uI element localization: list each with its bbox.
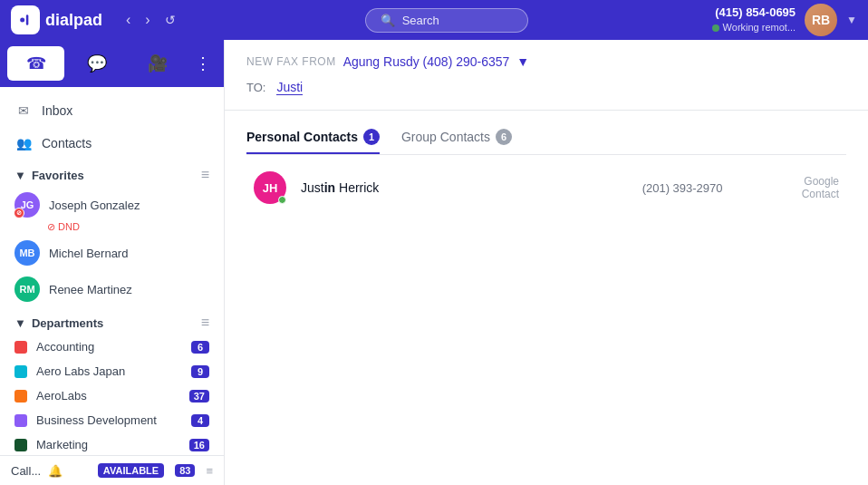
contacts-icon: 👥: [14, 134, 33, 152]
logo: dialpad: [11, 5, 102, 34]
group-contacts-badge: 6: [496, 129, 512, 145]
to-label: TO:: [246, 81, 265, 94]
contact-name-post: Herrick: [335, 180, 379, 195]
fax-dropdown-icon[interactable]: ▼: [516, 54, 529, 69]
contacts-area: Personal Contacts 1 Group Contacts 6 JH …: [225, 111, 868, 485]
phone-info: (415) 854-0695 Working remot...: [712, 5, 796, 35]
contact-row[interactable]: JH Justin Herrick (201) 393-2970 Google …: [246, 162, 846, 213]
svg-rect-1: [26, 15, 29, 25]
back-button[interactable]: ‹: [121, 8, 136, 32]
departments-section-left: ▼ Departments: [14, 316, 103, 330]
fax-header: NEW FAX FROM Agung Rusdy (408) 290-6357 …: [225, 40, 868, 111]
group-contacts-label: Group Contacts: [401, 130, 490, 144]
more-toolbar-button[interactable]: ⋮: [189, 48, 217, 79]
aerolabs-badge: 37: [189, 390, 209, 403]
fax-from-label: NEW FAX FROM: [246, 55, 336, 68]
favorites-menu-icon[interactable]: ≡: [201, 167, 209, 183]
favorite-item-joseph[interactable]: JG ⊘ Joseph Gonzalez: [0, 187, 224, 223]
contacts-label: Contacts: [42, 136, 92, 150]
contacts-list: JH Justin Herrick (201) 393-2970 Google …: [246, 155, 846, 220]
favorite-item-renee[interactable]: RM Renee Martinez: [0, 271, 224, 307]
chevron-down-icon[interactable]: ▼: [846, 14, 857, 26]
sidebar-nav: ✉ Inbox 👥 Contacts ▼ Favorites ≡ JG ⊘: [0, 87, 224, 455]
favorite-item-michel[interactable]: MB Michel Bernard: [0, 235, 224, 271]
top-navigation: dialpad ‹ › ↺ 🔍 Search (415) 854-0695 Wo…: [0, 0, 868, 40]
marketing-label: Marketing: [36, 438, 180, 451]
logo-text: dialpad: [45, 11, 102, 30]
favorites-section-header[interactable]: ▼ Favorites ≡: [0, 160, 224, 187]
bizdev-color: [14, 414, 27, 427]
nav-right: (415) 854-0695 Working remot... RB ▼: [712, 4, 857, 36]
call-bar-menu-icon[interactable]: ≡: [206, 464, 213, 478]
marketing-badge: 16: [189, 439, 209, 451]
phone-icon: ☎: [26, 53, 46, 73]
favorite-name-joseph: Joseph Gonzalez: [49, 199, 140, 212]
departments-chevron-icon: ▼: [14, 316, 26, 330]
video-icon: 🎥: [148, 53, 168, 73]
tab-group-contacts[interactable]: Group Contacts 6: [401, 121, 512, 154]
aerolabsjapan-color: [14, 365, 27, 378]
avatar-michel: MB: [14, 240, 40, 266]
dept-item-bizdev[interactable]: Business Development 4: [0, 408, 224, 432]
to-value[interactable]: Justi: [276, 80, 303, 95]
aerolabsjapan-label: Aero Labs Japan: [36, 364, 182, 378]
departments-section-header[interactable]: ▼ Departments ≡: [0, 307, 224, 335]
accounting-label: Accounting: [36, 340, 182, 354]
status-dot: [712, 24, 719, 32]
logo-icon: [11, 5, 40, 34]
tab-personal-contacts[interactable]: Personal Contacts 1: [246, 121, 380, 154]
bell-icon: 🔔: [48, 464, 63, 478]
status-text: Working remot...: [712, 21, 796, 34]
chat-toolbar-button[interactable]: 💬: [68, 46, 125, 81]
departments-label: Departments: [32, 316, 103, 330]
departments-menu-icon[interactable]: ≡: [201, 315, 209, 331]
dnd-badge: ⊘: [14, 208, 24, 218]
bizdev-badge: 4: [191, 414, 209, 427]
accounting-badge: 6: [191, 341, 209, 354]
content-area: NEW FAX FROM Agung Rusdy (408) 290-6357 …: [225, 40, 868, 485]
search-icon: 🔍: [381, 14, 395, 27]
nav-arrows: ‹ › ↺: [121, 8, 181, 32]
sidebar-toolbar: ☎ 💬 🎥 ⋮: [0, 40, 224, 87]
inbox-label: Inbox: [42, 103, 72, 118]
dept-item-accounting[interactable]: Accounting 6: [0, 335, 224, 359]
fax-sender[interactable]: Agung Rusdy (408) 290-6357: [343, 54, 510, 69]
favorites-chevron-icon: ▼: [14, 169, 26, 182]
marketing-color: [14, 439, 27, 451]
dept-item-aerolabs-japan[interactable]: Aero Labs Japan 9: [0, 359, 224, 383]
favorite-name-renee: Renee Martinez: [49, 283, 132, 296]
dept-item-marketing[interactable]: Marketing 16: [0, 432, 224, 455]
personal-contacts-label: Personal Contacts: [246, 130, 358, 144]
inbox-icon: ✉: [14, 102, 33, 120]
contact-source-jh: Google Contact: [802, 175, 839, 200]
forward-button[interactable]: ›: [140, 8, 155, 32]
sidebar-item-inbox[interactable]: ✉ Inbox: [0, 94, 224, 127]
chat-icon: 💬: [87, 53, 107, 73]
search-label: Search: [402, 14, 439, 27]
sidebar: ☎ 💬 🎥 ⋮ ✉ Inbox 👥 Contacts ▼: [0, 40, 225, 485]
contact-avatar-jh: JH: [254, 171, 286, 204]
sidebar-item-contacts[interactable]: 👥 Contacts: [0, 127, 224, 160]
contacts-tabs: Personal Contacts 1 Group Contacts 6: [246, 111, 846, 155]
aerolabs-color: [14, 390, 27, 403]
search-bar[interactable]: 🔍 Search: [365, 8, 528, 33]
contact-name-pre: Just: [301, 180, 324, 195]
available-badge: AVAILABLE: [98, 463, 164, 478]
avatar-joseph: JG ⊘: [14, 192, 40, 218]
contact-name-jh: Justin Herrick: [301, 180, 628, 195]
fax-to-row: TO: Justi: [246, 80, 846, 95]
avatar-renee: RM: [14, 276, 40, 302]
dnd-label: ⊘ DND: [47, 221, 80, 233]
call-count-badge: 83: [175, 464, 195, 477]
bizdev-label: Business Development: [36, 413, 182, 427]
phone-toolbar-button[interactable]: ☎: [7, 46, 64, 81]
contact-phone-jh: (201) 393-2970: [642, 181, 787, 195]
favorites-label: Favorites: [32, 169, 84, 182]
aerolabs-label: AeroLabs: [36, 389, 180, 403]
video-toolbar-button[interactable]: 🎥: [129, 46, 186, 81]
dept-item-aerolabs[interactable]: AeroLabs 37: [0, 383, 224, 408]
refresh-button[interactable]: ↺: [159, 8, 181, 32]
accounting-color: [14, 341, 27, 354]
aerolabsjapan-badge: 9: [191, 365, 209, 378]
avatar[interactable]: RB: [805, 4, 837, 36]
